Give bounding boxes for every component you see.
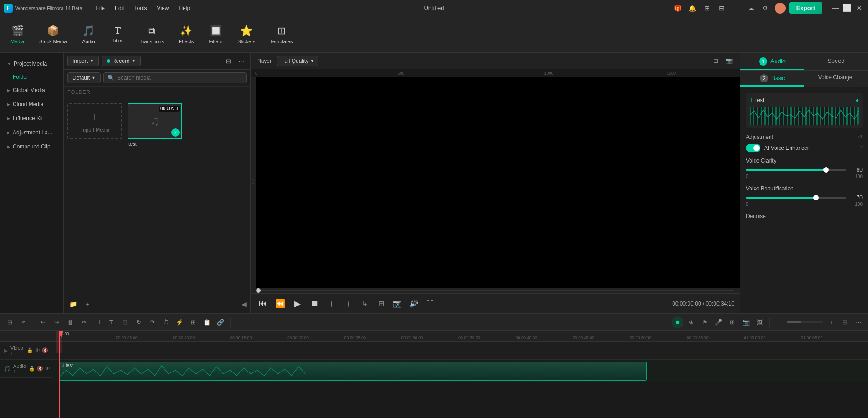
more-tl-icon[interactable]: ⋯ <box>853 316 864 328</box>
mark-out-icon[interactable]: } <box>342 297 354 310</box>
download-icon[interactable]: ↓ <box>731 3 742 14</box>
import-button[interactable]: Import ▼ <box>67 56 99 66</box>
quality-selector[interactable]: Full Quality ▼ <box>277 56 318 66</box>
help-icon[interactable]: ? <box>859 145 863 151</box>
speed-icon[interactable]: ⚡ <box>174 316 185 328</box>
mark-in-icon[interactable]: { <box>325 297 338 310</box>
sidebar-item-adjustment[interactable]: ▶ Adjustment La... <box>2 126 62 139</box>
audio-detach-icon[interactable]: ⊣ <box>92 316 103 328</box>
ai-voice-toggle[interactable] <box>746 144 760 152</box>
ripple-icon[interactable]: ≈ <box>17 316 29 328</box>
rewind-button[interactable]: ⏮ <box>256 297 270 311</box>
sidebar-item-folder[interactable]: Folder <box>0 71 63 83</box>
voice-clarity-thumb[interactable] <box>823 167 829 173</box>
tab-voice-changer[interactable]: Voice Changer <box>804 71 868 87</box>
menu-edit[interactable]: Edit <box>110 3 129 13</box>
cloud-icon[interactable]: ☁ <box>745 3 756 14</box>
zoom-slider[interactable] <box>787 321 823 323</box>
sidebar-item-cloud-media[interactable]: ▶ Cloud Media <box>2 97 62 111</box>
dual-screen-icon[interactable]: ⊟ <box>710 56 721 66</box>
delete-icon[interactable]: 🗑 <box>64 316 76 328</box>
marker-icon[interactable]: ⚑ <box>699 316 711 328</box>
menu-file[interactable]: File <box>92 3 109 13</box>
mute-icon[interactable]: 🔇 <box>42 347 48 353</box>
add-icon[interactable]: + <box>82 299 93 310</box>
add-folder-icon[interactable]: 📁 <box>67 299 78 310</box>
collapse-panel-icon[interactable]: ◀ <box>241 301 247 308</box>
toolbar-titles[interactable]: T Titles <box>104 22 132 47</box>
stop-button[interactable]: ⏹ <box>308 297 322 311</box>
toolbar-stock-media[interactable]: 📦 Stock Media <box>33 21 73 48</box>
cut-icon[interactable]: ✂ <box>78 316 90 328</box>
voice-beautification-slider[interactable] <box>746 197 846 199</box>
audio-visibility-icon[interactable]: 👁 <box>45 366 50 372</box>
timer-icon[interactable]: ⏱ <box>160 316 172 328</box>
rotate-icon[interactable]: ↻ <box>133 316 144 328</box>
maximize-button[interactable]: ⬜ <box>842 3 853 14</box>
crop-icon[interactable]: ⊡ <box>119 316 131 328</box>
audio-level-icon[interactable]: 🔊 <box>407 297 420 310</box>
export-button[interactable]: Export <box>789 2 822 14</box>
visibility-icon[interactable]: 👁 <box>35 347 40 353</box>
scene-detect-icon[interactable]: ⊞ <box>4 316 15 328</box>
menu-help[interactable]: Help <box>174 3 195 13</box>
scene-icon[interactable]: ⊞ <box>726 316 738 328</box>
layout-icon[interactable]: ⊞ <box>702 3 713 14</box>
link-icon[interactable]: 🔗 <box>215 316 226 328</box>
toolbar-effects[interactable]: ✨ Effects <box>172 21 200 48</box>
sidebar-item-compound-clip[interactable]: ▶ Compound Clip <box>2 140 62 153</box>
snap-icon[interactable]: ⊕ <box>685 316 697 328</box>
tab-basic[interactable]: 2 Basic <box>740 71 804 87</box>
notification-icon[interactable]: 🔔 <box>687 3 698 14</box>
playback-progress[interactable] <box>256 290 734 291</box>
toolbar-filters[interactable]: 🔲 Filters <box>202 21 229 48</box>
voice-clarity-slider[interactable] <box>746 169 846 171</box>
adjustment-reset-icon[interactable]: ↺ <box>858 134 863 140</box>
record-button[interactable]: Record ▼ <box>102 56 141 66</box>
tab-audio[interactable]: 1 Audio <box>740 53 804 70</box>
audio-clip-test[interactable]: ♩ test <box>59 362 647 381</box>
grid-tl-icon[interactable]: ⊞ <box>839 316 851 328</box>
gift-icon[interactable]: 🎁 <box>673 3 683 14</box>
media-tl-icon[interactable]: 🖼 <box>754 316 765 328</box>
copy-icon[interactable]: ⊞ <box>187 316 199 328</box>
menu-view[interactable]: View <box>153 3 174 13</box>
sidebar-item-influence-kit[interactable]: ▶ Influence Kit <box>2 112 62 125</box>
filter-icon[interactable]: ⊟ <box>223 56 234 66</box>
fit-frame-icon[interactable]: ⊞ <box>375 297 387 310</box>
tab-speed[interactable]: Speed <box>804 53 868 70</box>
settings-icon[interactable]: ⚙ <box>760 3 771 14</box>
voiceover-icon[interactable]: 🎤 <box>713 316 724 328</box>
close-button[interactable]: ✕ <box>853 3 864 14</box>
sidebar-item-global-media[interactable]: ▶ Global Media <box>2 83 62 97</box>
toolbar-audio[interactable]: 🎵 Audio <box>75 21 103 48</box>
play-button[interactable]: ▶ <box>291 297 304 311</box>
sidebar-item-project-media[interactable]: ▼ Project Media <box>2 57 62 71</box>
voice-beautification-thumb[interactable] <box>813 195 819 200</box>
media-tile-test[interactable]: ♫ 00:00:33 ✓ test <box>128 103 182 148</box>
search-input[interactable] <box>117 75 242 81</box>
paste-icon[interactable]: 📋 <box>201 316 213 328</box>
menu-tools[interactable]: Tools <box>130 3 152 13</box>
lock-icon[interactable]: 🔒 <box>27 347 33 353</box>
camera-icon[interactable]: 📷 <box>391 297 404 310</box>
zoom-in-icon[interactable]: + <box>825 316 837 328</box>
redo-button[interactable]: ↪ <box>51 316 62 328</box>
insert-icon[interactable]: ↳ <box>358 297 371 310</box>
default-sort-button[interactable]: Default ▼ <box>67 72 101 83</box>
audio-mute-icon[interactable]: 🔇 <box>37 366 43 372</box>
record-tl-icon[interactable]: ⏺ <box>672 316 683 328</box>
toolbar-media[interactable]: 🎬 Media <box>4 21 31 48</box>
fullscreen-icon[interactable]: ⛶ <box>424 297 437 310</box>
playback-thumb[interactable] <box>256 288 261 293</box>
undo-button[interactable]: ↩ <box>37 316 49 328</box>
camera-tl-icon[interactable]: 📷 <box>740 316 752 328</box>
audio-lock-icon[interactable]: 🔒 <box>29 366 35 372</box>
text-icon[interactable]: T <box>105 316 117 328</box>
minimize-button[interactable]: — <box>830 3 841 14</box>
import-media-tile[interactable]: + Import Media <box>67 103 122 139</box>
grid-icon[interactable]: ⊟ <box>716 3 727 14</box>
toolbar-transitions[interactable]: ⧉ Transitions <box>134 21 170 48</box>
zoom-out-icon[interactable]: − <box>773 316 785 328</box>
toolbar-stickers[interactable]: ⭐ Stickers <box>231 21 262 48</box>
